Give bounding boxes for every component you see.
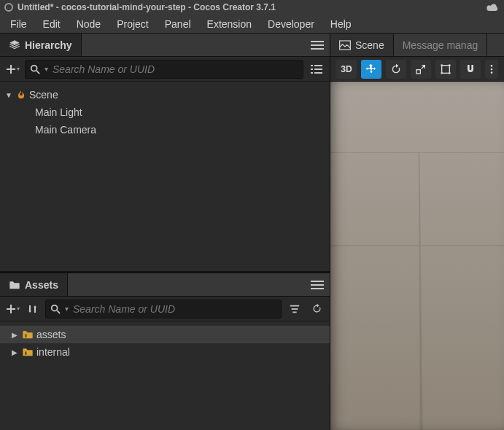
- rotate-tool-button[interactable]: [386, 60, 406, 79]
- tree-row-internal-folder[interactable]: ▶ internal: [0, 343, 330, 361]
- svg-rect-8: [314, 65, 322, 66]
- tree-row-main-light[interactable]: Main Light: [0, 103, 330, 121]
- svg-rect-21: [292, 308, 298, 310]
- svg-rect-2: [311, 48, 324, 50]
- chevron-down-icon[interactable]: ▾: [65, 305, 69, 313]
- svg-rect-12: [314, 72, 322, 74]
- hierarchy-list-mode-button[interactable]: [308, 60, 325, 78]
- chevron-right-icon[interactable]: ▶: [9, 331, 20, 339]
- svg-rect-17: [7, 308, 15, 310]
- scene-icon: [16, 90, 26, 100]
- svg-line-19: [57, 310, 60, 313]
- window-titlebar: Untitled* - cocos-tutorial-mind-your-ste…: [0, 0, 504, 15]
- svg-rect-26: [416, 69, 420, 73]
- hierarchy-search[interactable]: ▾: [25, 60, 303, 79]
- add-asset-button[interactable]: ▾: [4, 300, 20, 318]
- hierarchy-tree[interactable]: ▼ Scene Main Light Main Camera: [0, 82, 330, 271]
- search-icon: [30, 64, 40, 74]
- svg-point-34: [491, 71, 493, 74]
- svg-line-6: [36, 71, 39, 74]
- app-icon: [4, 3, 13, 12]
- snap-tool-button[interactable]: [460, 60, 481, 79]
- menu-project[interactable]: Project: [109, 15, 156, 33]
- menu-file[interactable]: File: [3, 15, 34, 33]
- tab-hierarchy-label: Hierarchy: [25, 39, 72, 51]
- tree-row-label: Main Camera: [34, 124, 96, 136]
- scene-view-icon: [339, 40, 351, 50]
- db-folder-icon: [22, 347, 34, 357]
- svg-rect-15: [311, 288, 324, 289]
- assets-search-input[interactable]: [73, 303, 276, 315]
- svg-rect-14: [311, 284, 324, 286]
- svg-rect-27: [442, 65, 450, 73]
- scale-tool-button[interactable]: [411, 60, 431, 79]
- tab-hierarchy[interactable]: Hierarchy: [0, 34, 82, 56]
- svg-point-29: [449, 64, 451, 66]
- window-title: Untitled* - cocos-tutorial-mind-your-ste…: [18, 2, 276, 12]
- menu-bar: File Edit Node Project Panel Extension D…: [0, 15, 504, 34]
- svg-point-18: [52, 305, 58, 310]
- svg-rect-13: [311, 281, 324, 282]
- svg-rect-10: [314, 69, 322, 70]
- svg-rect-1: [311, 44, 324, 46]
- scene-3d-toggle[interactable]: 3D: [336, 60, 357, 79]
- tab-message-manager[interactable]: Message manag: [394, 34, 488, 56]
- assets-filter-button[interactable]: [286, 300, 303, 318]
- svg-point-33: [491, 68, 493, 70]
- menu-developer[interactable]: Developer: [260, 15, 322, 33]
- assets-sort-button[interactable]: [25, 300, 41, 318]
- tab-assets[interactable]: Assets: [0, 273, 68, 296]
- add-node-button[interactable]: ▾: [4, 60, 20, 78]
- tree-row-label: Main Light: [34, 106, 82, 118]
- svg-rect-24: [25, 351, 27, 355]
- svg-rect-9: [311, 69, 313, 70]
- move-tool-button[interactable]: [361, 60, 381, 79]
- tree-row-label: assets: [35, 329, 66, 340]
- svg-rect-23: [25, 334, 27, 337]
- svg-rect-22: [292, 311, 296, 313]
- svg-point-28: [441, 64, 443, 66]
- tree-row-main-camera[interactable]: Main Camera: [0, 121, 330, 138]
- viewport-vignette: [330, 82, 504, 430]
- scene-toolbar: 3D: [330, 57, 504, 82]
- chevron-right-icon[interactable]: ▶: [9, 348, 20, 356]
- tab-assets-label: Assets: [25, 279, 58, 291]
- tab-message-manager-label: Message manag: [403, 39, 478, 51]
- svg-point-31: [449, 72, 451, 74]
- assets-panel-menu[interactable]: [305, 273, 330, 296]
- hierarchy-search-input[interactable]: [53, 63, 298, 75]
- svg-rect-20: [290, 305, 299, 306]
- scene-viewport[interactable]: [330, 82, 504, 430]
- menu-help[interactable]: Help: [323, 15, 359, 33]
- scene-tabbar: Scene Message manag: [330, 34, 504, 57]
- tree-row-scene[interactable]: ▼ Scene: [0, 86, 330, 103]
- chevron-down-icon[interactable]: ▼: [3, 91, 15, 99]
- menu-extension[interactable]: Extension: [200, 15, 259, 33]
- hierarchy-panel-menu[interactable]: [305, 34, 330, 56]
- more-tools-button[interactable]: [485, 60, 498, 79]
- svg-point-5: [31, 65, 37, 71]
- tab-scene[interactable]: Scene: [330, 34, 394, 56]
- svg-rect-11: [311, 72, 313, 74]
- rect-tool-button[interactable]: [435, 60, 456, 79]
- menu-node[interactable]: Node: [69, 15, 108, 33]
- svg-point-30: [441, 72, 443, 74]
- folder-icon: [9, 280, 20, 290]
- tree-row-assets-folder[interactable]: ▶ assets: [0, 326, 330, 343]
- layers-icon: [9, 39, 20, 51]
- svg-rect-7: [311, 65, 313, 66]
- cloud-icon[interactable]: [485, 2, 500, 12]
- hierarchy-tabbar: Hierarchy: [0, 34, 330, 57]
- assets-refresh-button[interactable]: [308, 300, 325, 318]
- hierarchy-toolbar: ▾ ▾: [0, 57, 330, 82]
- assets-tabbar: Assets: [0, 273, 330, 297]
- search-icon: [50, 304, 61, 314]
- tree-row-label: internal: [35, 346, 70, 358]
- menu-panel[interactable]: Panel: [158, 15, 198, 33]
- menu-edit[interactable]: Edit: [36, 15, 68, 33]
- svg-point-32: [491, 65, 493, 67]
- assets-tree[interactable]: ▶ assets ▶ internal: [0, 321, 330, 430]
- chevron-down-icon[interactable]: ▾: [44, 65, 48, 73]
- assets-search[interactable]: ▾: [45, 300, 282, 318]
- tree-row-label: Scene: [28, 89, 58, 101]
